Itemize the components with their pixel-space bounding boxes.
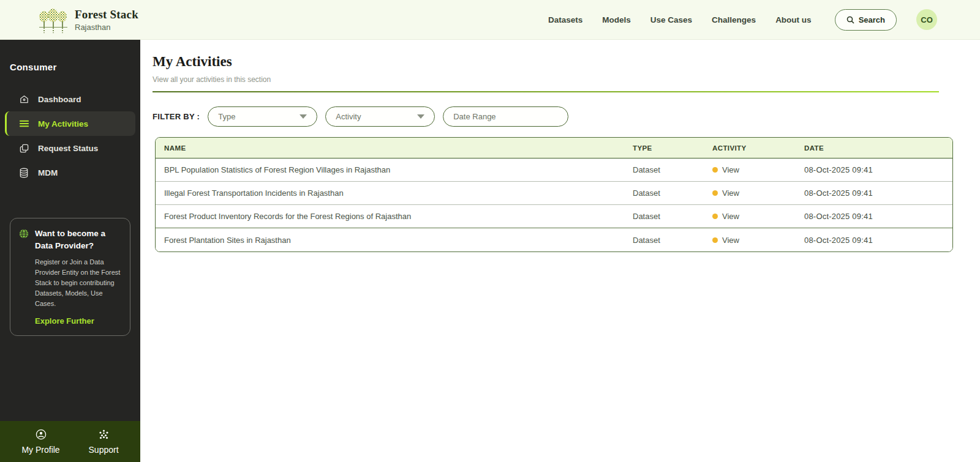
- sidebar-item-label: Request Status: [38, 144, 98, 153]
- sidebar-menu: Dashboard My Activities Request Sta: [0, 87, 140, 185]
- section-divider: [153, 91, 939, 92]
- table-row[interactable]: BPL Population Statistics of Forest Regi…: [156, 158, 952, 182]
- page: Forest Stack Rajasthan Datasets Models U…: [0, 0, 980, 462]
- nav-use-cases[interactable]: Use Cases: [650, 15, 692, 24]
- search-button-label: Search: [859, 15, 885, 24]
- brand-title: Forest Stack: [75, 8, 138, 21]
- row-name: Forest Plantation Sites in Rajasthan: [156, 236, 624, 245]
- support-label: Support: [89, 445, 119, 455]
- explore-further-link[interactable]: Explore Further: [35, 316, 121, 326]
- sidebar-item-mdm[interactable]: MDM: [0, 160, 140, 185]
- support-button[interactable]: Support: [89, 429, 119, 455]
- search-button[interactable]: Search: [835, 9, 897, 31]
- type-filter-dropdown[interactable]: Type: [208, 106, 317, 127]
- home-icon: [18, 94, 29, 105]
- my-profile-label: My Profile: [21, 445, 59, 455]
- row-name: Forest Product Inventory Records for the…: [156, 212, 624, 221]
- sidebar-item-my-activities[interactable]: My Activities: [5, 111, 135, 136]
- activity-label: View: [722, 212, 739, 221]
- column-header-date: DATE: [796, 144, 952, 152]
- activities-table: NAME TYPE ACTIVITY DATE BPL Population S…: [155, 137, 953, 252]
- column-header-type: TYPE: [624, 144, 704, 152]
- activity-label: View: [722, 236, 739, 245]
- type-filter-label: Type: [218, 112, 235, 121]
- sidebar-footer: My Profile Support: [0, 421, 140, 462]
- page-subtitle: View all your activities in this section: [153, 75, 953, 84]
- chevron-down-icon: [417, 114, 424, 119]
- globe-icon: [19, 229, 29, 251]
- nav-about-us[interactable]: About us: [775, 15, 812, 24]
- table-row[interactable]: Illegal Forest Transportation Incidents …: [156, 182, 952, 205]
- activity-dot-icon: [712, 167, 718, 173]
- brand-subtitle: Rajasthan: [75, 23, 138, 32]
- sidebar: Consumer Dashboard My Activities: [0, 40, 140, 462]
- row-date: 08-Oct-2025 09:41: [796, 236, 952, 245]
- table-row[interactable]: Forest Plantation Sites in Rajasthan Dat…: [156, 228, 952, 251]
- row-type: Dataset: [624, 188, 704, 198]
- data-provider-promo-card: Want to become a Data Provider? Register…: [10, 218, 130, 336]
- nav-challenges[interactable]: Challenges: [712, 15, 756, 24]
- row-activity: View: [704, 188, 796, 198]
- main-content: My Activities View all your activities i…: [140, 40, 980, 462]
- top-header: Forest Stack Rajasthan Datasets Models U…: [0, 0, 980, 40]
- sidebar-role-heading: Consumer: [0, 40, 140, 87]
- menu-lines-icon: [18, 118, 29, 129]
- filter-bar: FILTER BY : Type Activity Date Range: [153, 106, 953, 127]
- table-header-row: NAME TYPE ACTIVITY DATE: [156, 138, 952, 158]
- row-activity: View: [704, 165, 796, 174]
- copy-pages-icon: [18, 143, 29, 154]
- row-type: Dataset: [624, 165, 704, 174]
- date-range-filter[interactable]: Date Range: [443, 106, 568, 127]
- sidebar-item-request-status[interactable]: Request Status: [0, 136, 140, 160]
- my-profile-button[interactable]: My Profile: [21, 429, 59, 455]
- sidebar-item-label: My Activities: [38, 119, 88, 129]
- filter-by-label: FILTER BY :: [153, 112, 200, 121]
- chevron-down-icon: [300, 114, 307, 119]
- sidebar-item-label: Dashboard: [38, 95, 81, 104]
- table-row[interactable]: Forest Product Inventory Records for the…: [156, 205, 952, 228]
- row-activity: View: [704, 236, 796, 245]
- support-icon: [98, 429, 110, 442]
- row-date: 08-Oct-2025 09:41: [796, 165, 952, 174]
- sidebar-item-dashboard[interactable]: Dashboard: [0, 87, 140, 111]
- promo-body: Register or Join a Data Provider Entity …: [35, 257, 121, 309]
- date-range-label: Date Range: [453, 112, 496, 121]
- profile-icon: [36, 429, 47, 442]
- page-title: My Activities: [153, 54, 953, 70]
- activity-label: View: [722, 165, 739, 174]
- activity-dot-icon: [712, 190, 718, 196]
- activity-label: View: [722, 188, 739, 198]
- avatar[interactable]: CO: [916, 9, 937, 30]
- row-name: Illegal Forest Transportation Incidents …: [156, 188, 624, 198]
- activity-filter-dropdown[interactable]: Activity: [325, 106, 435, 127]
- row-name: BPL Population Statistics of Forest Regi…: [156, 165, 624, 174]
- row-date: 08-Oct-2025 09:41: [796, 188, 952, 198]
- activity-dot-icon: [712, 214, 718, 219]
- row-date: 08-Oct-2025 09:41: [796, 212, 952, 221]
- sidebar-item-label: MDM: [38, 168, 58, 177]
- column-header-activity: ACTIVITY: [704, 144, 796, 152]
- promo-title: Want to become a Data Provider?: [35, 228, 121, 251]
- top-nav: Datasets Models Use Cases Challenges Abo…: [548, 9, 937, 31]
- nav-models[interactable]: Models: [602, 15, 631, 24]
- row-type: Dataset: [624, 236, 704, 245]
- activity-filter-label: Activity: [336, 112, 361, 121]
- activity-dot-icon: [712, 237, 718, 243]
- nav-datasets[interactable]: Datasets: [548, 15, 582, 24]
- forest-trees-logo-icon: [39, 6, 67, 34]
- search-icon: [846, 16, 854, 24]
- column-header-name: NAME: [156, 144, 624, 152]
- row-type: Dataset: [624, 212, 704, 221]
- row-activity: View: [704, 212, 796, 221]
- database-icon: [18, 167, 29, 178]
- brand[interactable]: Forest Stack Rajasthan: [39, 6, 138, 34]
